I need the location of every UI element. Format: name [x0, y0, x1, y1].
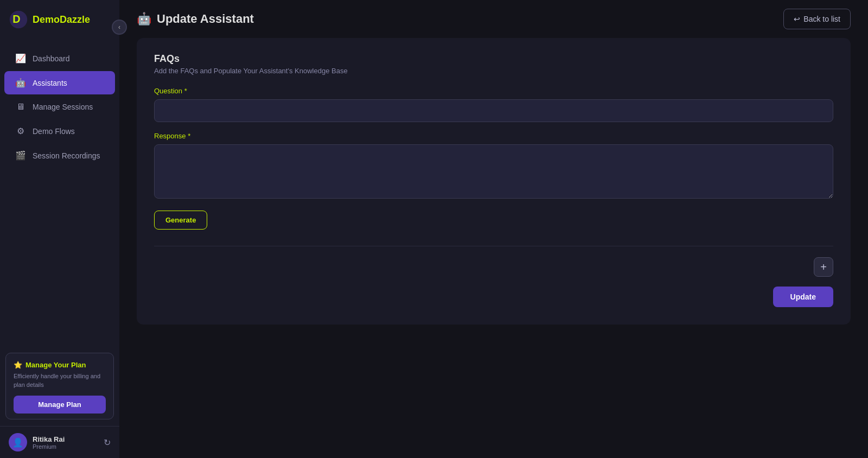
response-textarea[interactable] [154, 144, 833, 199]
question-form-group: Question * [154, 87, 833, 122]
svg-text:D: D [12, 13, 20, 25]
faqs-header: FAQs Add the FAQs and Populate Your Assi… [154, 53, 833, 75]
response-label: Response * [154, 132, 833, 140]
question-label: Question * [154, 87, 833, 95]
back-to-list-button[interactable]: ↩ Back to list [783, 9, 851, 29]
sidebar-item-manage-sessions[interactable]: 🖥 Manage Sessions [4, 96, 115, 118]
user-info: Ritika Rai Premium [33, 435, 98, 450]
refresh-icon[interactable]: ↻ [104, 437, 111, 448]
plan-star-icon: ⭐ [14, 361, 22, 369]
sidebar-item-session-recordings[interactable]: 🎬 Session Recordings [4, 144, 115, 167]
faqs-subtitle: Add the FAQs and Populate Your Assistant… [154, 67, 833, 75]
sidebar-user: 👤 Ritika Rai Premium ↻ [0, 426, 119, 458]
back-icon: ↩ [794, 15, 800, 23]
plan-card: ⭐ Manage Your Plan Efficiently handle yo… [5, 353, 114, 419]
sidebar-item-label: Session Recordings [33, 151, 100, 160]
sidebar: D DemoDazzle ‹ 📈 Dashboard 🤖 Assistants … [0, 0, 119, 458]
page-title-icon: 🤖 [137, 12, 151, 26]
question-input[interactable] [154, 99, 833, 122]
divider [154, 246, 833, 246]
app-logo-icon: D [9, 10, 28, 29]
sidebar-item-demo-flows[interactable]: ⚙ Demo Flows [4, 119, 115, 143]
manage-plan-button[interactable]: Manage Plan [14, 396, 106, 414]
session-recordings-icon: 🎬 [15, 150, 26, 161]
sidebar-logo: D DemoDazzle [0, 0, 119, 39]
plan-card-title: ⭐ Manage Your Plan [14, 361, 106, 369]
demo-flows-icon: ⚙ [15, 126, 26, 136]
response-form-group: Response * [154, 132, 833, 201]
update-button[interactable]: Update [773, 287, 833, 307]
dashboard-icon: 📈 [15, 53, 26, 63]
update-button-row: Update [154, 287, 833, 307]
add-faq-button[interactable]: + [814, 257, 833, 277]
main-content: 🤖 Update Assistant ↩ Back to list FAQs A… [119, 0, 868, 458]
app-logo-text: DemoDazzle [33, 14, 90, 26]
sidebar-nav: 📈 Dashboard 🤖 Assistants 🖥 Manage Sessio… [0, 39, 119, 346]
page-title: 🤖 Update Assistant [137, 12, 254, 26]
sidebar-item-label: Demo Flows [33, 127, 75, 136]
sidebar-item-label: Manage Sessions [33, 103, 93, 111]
plan-card-description: Efficiently handle your billing and plan… [14, 372, 106, 389]
manage-sessions-icon: 🖥 [15, 102, 26, 112]
content-area: FAQs Add the FAQs and Populate Your Assi… [119, 38, 868, 458]
sidebar-item-label: Assistants [33, 79, 67, 87]
user-plan: Premium [33, 443, 98, 450]
faqs-title: FAQs [154, 53, 833, 65]
sidebar-item-assistants[interactable]: 🤖 Assistants [4, 71, 115, 94]
generate-button[interactable]: Generate [154, 211, 207, 230]
assistants-icon: 🤖 [15, 78, 26, 88]
faqs-card: FAQs Add the FAQs and Populate Your Assi… [137, 38, 851, 325]
user-name: Ritika Rai [33, 435, 98, 443]
sidebar-item-dashboard[interactable]: 📈 Dashboard [4, 47, 115, 70]
sidebar-item-label: Dashboard [33, 54, 70, 63]
top-header: 🤖 Update Assistant ↩ Back to list [119, 0, 868, 38]
sidebar-collapse-button[interactable]: ‹ [112, 20, 127, 35]
avatar: 👤 [9, 433, 27, 451]
add-button-row: + [154, 257, 833, 277]
